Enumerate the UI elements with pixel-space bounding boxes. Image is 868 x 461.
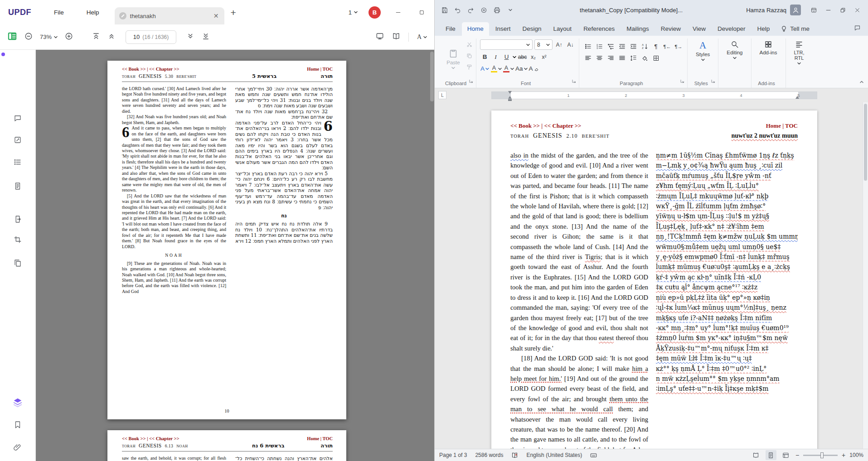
change-case-button[interactable]: Aa — [515, 64, 528, 73]
dialog-launcher-icon[interactable] — [679, 77, 685, 86]
book-chapter-links[interactable]: << Book >> | << Chapter >> — [122, 436, 179, 441]
quick-print-icon[interactable] — [491, 4, 503, 16]
zoom-percentage[interactable]: 100% — [849, 452, 863, 458]
ribbon-tab[interactable]: Insert — [490, 22, 516, 36]
ribbon-tab[interactable]: Design — [517, 22, 547, 36]
numbering-icon[interactable] — [594, 42, 604, 51]
word-canvas[interactable]: << Book >> | << Chapter >> Home | TOC TO… — [435, 102, 863, 449]
font-name-combobox[interactable] — [480, 39, 533, 50]
collapse-ribbon-icon[interactable] — [860, 77, 863, 85]
edit-tool-icon[interactable] — [14, 136, 22, 146]
align-center-icon[interactable] — [594, 53, 604, 63]
pdf-scrollbar[interactable] — [430, 51, 434, 460]
subscript-button[interactable]: x₂ — [529, 52, 538, 62]
proofing-icon[interactable] — [511, 452, 518, 459]
zoom-out-button[interactable]: − — [795, 451, 799, 459]
zoom-in-button[interactable]: + — [842, 451, 845, 459]
crop-tool-icon[interactable] — [14, 235, 22, 245]
keyboard-icon[interactable] — [590, 452, 597, 459]
menu-help[interactable]: Help — [81, 5, 105, 19]
ribbon-tab[interactable]: Mailings — [621, 22, 655, 36]
horizontal-ruler[interactable]: L 12345 — [435, 88, 868, 102]
ltr-text-direction-icon[interactable]: ¶← — [662, 42, 672, 51]
borders-icon[interactable] — [651, 53, 661, 63]
show-paragraph-marks-icon[interactable]: ¶ — [651, 42, 661, 51]
sort-icon[interactable]: AZ — [640, 42, 650, 51]
ribbon-tab[interactable]: Help — [752, 22, 776, 36]
account-area[interactable]: Hamza Razzaq — [746, 5, 801, 15]
bookmark-panel-icon[interactable] — [14, 421, 22, 431]
increase-indent-icon[interactable] — [628, 42, 638, 51]
ribbon-tab[interactable]: Review — [655, 22, 686, 36]
superscript-button[interactable]: x² — [539, 52, 549, 62]
home-toc-links[interactable]: Home | TOC — [307, 67, 333, 72]
font-size-combobox[interactable]: 8 — [534, 39, 553, 50]
zoom-slider[interactable] — [803, 455, 838, 456]
cut-icon[interactable] — [466, 41, 472, 49]
book-chapter-links[interactable]: << Book >> | << Chapter >> — [122, 67, 179, 72]
home-toc-links[interactable]: Home | TOC — [766, 122, 798, 130]
styles-button[interactable]: A Styles — [691, 39, 714, 78]
thumbnail-panel-icon[interactable] — [7, 31, 17, 43]
maximize-icon[interactable] — [415, 6, 428, 19]
text-select-tool-icon[interactable]: A — [417, 34, 427, 41]
zoom-level-dropdown[interactable]: 73% — [40, 34, 58, 40]
decrease-indent-icon[interactable] — [617, 42, 627, 51]
ribbon-tab[interactable]: Developer — [712, 22, 751, 36]
layers-panel-icon[interactable] — [13, 398, 23, 409]
minimize-icon[interactable] — [821, 3, 835, 17]
shading-icon[interactable] — [640, 53, 650, 63]
addins-button[interactable]: Add-ins — [755, 39, 782, 78]
restore-icon[interactable] — [835, 3, 850, 17]
pdf-scrollbar-thumb[interactable] — [430, 52, 434, 101]
word-page[interactable]: << Book >> | << Chapter >> Home | TOC TO… — [491, 110, 817, 449]
chevron-down-icon[interactable] — [513, 56, 516, 58]
window-count-dropdown[interactable]: 1 — [349, 9, 358, 16]
print-layout-icon[interactable] — [766, 450, 776, 460]
last-page-icon[interactable] — [202, 32, 210, 42]
bullets-icon[interactable] — [583, 42, 593, 51]
word-scrollbar-thumb[interactable] — [864, 104, 867, 181]
minimize-icon[interactable] — [392, 6, 404, 19]
pdf-canvas[interactable]: << Book >> | << Chapter >> Home | TOC TO… — [36, 50, 434, 461]
multilevel-list-icon[interactable] — [606, 42, 616, 51]
grow-font-button[interactable]: A↑ — [554, 40, 564, 49]
outline-panel-icon[interactable] — [14, 158, 22, 168]
right-indent-marker[interactable] — [795, 94, 799, 99]
justify-icon[interactable] — [617, 53, 627, 63]
account-avatar[interactable] — [790, 5, 801, 15]
shrink-font-button[interactable]: A↓ — [566, 40, 575, 49]
clear-formatting-button[interactable]: A — [529, 64, 539, 73]
page-indicator[interactable]: Page 1 of 3 — [439, 452, 467, 458]
home-toc-links[interactable]: Home | TOC — [307, 436, 333, 441]
text-effects-button[interactable]: A — [480, 64, 490, 73]
presentation-mode-icon[interactable] — [376, 32, 384, 42]
highlight-button[interactable]: A — [491, 64, 502, 73]
left-indent-marker[interactable] — [508, 99, 512, 101]
bold-button[interactable]: B — [480, 52, 490, 62]
tell-me-button[interactable]: Tell me — [776, 22, 814, 36]
format-painter-icon[interactable] — [466, 64, 472, 72]
zoom-out-icon[interactable] — [24, 32, 33, 42]
menu-file[interactable]: File — [48, 5, 69, 19]
tab-close-icon[interactable]: ✕ — [213, 12, 220, 19]
new-tab-button[interactable]: + — [231, 8, 236, 17]
book-chapter-links[interactable]: << Book >> | << Chapter >> — [510, 122, 582, 130]
save-icon[interactable] — [438, 4, 451, 16]
comments-icon[interactable] — [849, 22, 865, 36]
language-indicator[interactable]: English (United States) — [526, 452, 582, 458]
underline-button[interactable]: U — [502, 52, 511, 62]
page-number-input[interactable]: 10 (16 / 1636) — [126, 30, 176, 44]
line-spacing-icon[interactable] — [628, 53, 638, 63]
ribbon-tab[interactable]: File — [440, 22, 461, 36]
zoom-in-icon[interactable] — [65, 32, 73, 42]
first-page-icon[interactable] — [92, 32, 100, 42]
dialog-launcher-icon[interactable] — [571, 77, 577, 86]
comment-tool-icon[interactable] — [14, 114, 22, 124]
notes-panel-icon[interactable] — [14, 182, 22, 192]
previous-page-icon[interactable] — [107, 32, 116, 42]
ribbon-tab[interactable]: Home — [462, 22, 489, 36]
redo-icon[interactable] — [465, 4, 477, 16]
tab-selector[interactable]: L — [438, 91, 446, 99]
rtl-text-direction-icon[interactable]: ¶→ — [674, 42, 684, 51]
